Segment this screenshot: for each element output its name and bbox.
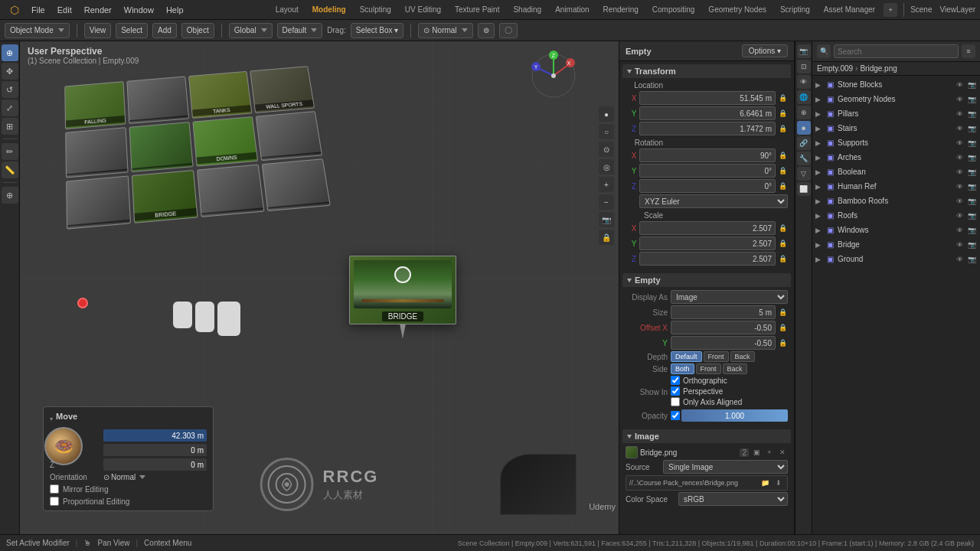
ol-render-windows[interactable]: 📷 [966,227,977,234]
prop-icon-constraints[interactable]: 🔗 [797,136,811,150]
tab-shading[interactable]: Shading [508,4,547,15]
ol-item-bridge[interactable]: ▶ ▣ Bridge 👁 📷 [812,237,980,252]
drag-dropdown[interactable]: Select Box ▾ [351,23,404,38]
measure-tool[interactable]: 📏 [2,161,18,178]
scale-x-lock-icon[interactable]: 🔒 [777,223,788,233]
side-front-btn[interactable]: Front [696,364,721,374]
proportional-checkbox[interactable] [50,497,59,506]
offset-y-input[interactable] [671,336,776,350]
image-new-icon[interactable]: + [764,447,775,458]
side-back-btn[interactable]: Back [723,364,747,374]
ol-render-geo[interactable]: 📷 [966,96,977,103]
rot-y-lock-icon[interactable]: 🔒 [777,165,788,176]
orientation-dropdown[interactable]: Global [229,23,273,38]
ol-item-windows[interactable]: ▶ ▣ Windows 👁 📷 [812,223,980,237]
rot-y-input[interactable] [639,164,776,178]
side-both-btn[interactable]: Both [671,364,694,374]
size-lock-icon[interactable]: 🔒 [777,307,788,318]
opacity-bar[interactable]: 1.000 [681,409,788,422]
prop-icon-object[interactable]: ● [797,121,811,135]
menu-window[interactable]: Window [119,4,159,16]
ortho-checkbox[interactable] [671,376,680,385]
menu-render[interactable]: Render [79,4,117,16]
ol-eye-geo[interactable]: 👁 [954,96,965,103]
tab-modeling[interactable]: Modeling [307,4,351,15]
ol-render-arches[interactable]: 📷 [966,154,977,161]
view-lock[interactable]: 🔒 [599,230,614,245]
rot-x-lock-icon[interactable]: 🔒 [777,150,788,161]
tab-layout[interactable]: Layout [270,4,304,15]
cursor-tool[interactable]: ⊕ [2,44,18,61]
view-menu[interactable]: View [84,23,112,38]
axis-checkbox[interactable] [671,397,680,406]
ol-eye-roofs[interactable]: 👁 [954,212,965,220]
loc-y-input[interactable] [639,106,776,120]
ol-item-boolean[interactable]: ▶ ▣ Boolean 👁 📷 [812,165,980,179]
tab-rendering[interactable]: Rendering [598,4,644,15]
ol-eye-ground[interactable]: 👁 [954,256,965,263]
scale-tool[interactable]: ⤢ [2,99,18,116]
snapping-btn[interactable]: ⊙ Normal [418,23,472,38]
offset-x-lock-icon[interactable]: 🔒 [777,322,788,333]
menu-file[interactable]: File [26,4,51,16]
transform-tool[interactable]: ⊞ [2,118,18,135]
ol-eye-arches[interactable]: 👁 [954,154,965,161]
scale-y-input[interactable] [639,236,776,250]
tab-sculpting[interactable]: Sculpting [354,4,397,15]
ol-item-supports[interactable]: ▶ ▣ Supports 👁 📷 [812,135,980,150]
zoom-in[interactable]: + [599,177,614,192]
ol-item-stairs[interactable]: ▶ ▣ Stairs 👁 📷 [812,121,980,135]
ol-item-stone-blocks[interactable]: ▶ ▣ Stone Blocks 👁 📷 [812,77,980,92]
view-camera[interactable]: 📷 [599,212,614,227]
size-input[interactable] [671,305,776,319]
viewport-overlay[interactable]: ⊙ [599,142,614,157]
outliner-options-icon[interactable]: ≡ [962,44,975,58]
colorspace-select[interactable]: sRGB [678,492,788,506]
tab-uv-editing[interactable]: UV Editing [400,4,446,15]
menu-help[interactable]: Help [161,4,189,16]
outliner-list[interactable]: ▶ ▣ Stone Blocks 👁 📷 ▶ ▣ Geometry Nodes … [812,76,980,534]
object-mode-dropdown[interactable]: Object Mode [5,23,70,38]
rot-x-input[interactable] [639,148,776,162]
ol-eye-bridge[interactable]: 👁 [954,241,965,249]
loc-x-lock-icon[interactable]: 🔒 [777,93,788,103]
rotation-mode-select[interactable]: XYZ Euler [639,194,788,208]
file-pack-icon[interactable]: ⬇ [773,478,784,488]
image-section-header[interactable]: Image [622,429,791,443]
viewport[interactable]: User Perspective (1) Scene Collection | … [20,41,619,534]
ol-render-supports[interactable]: 📷 [966,139,977,147]
depth-back-btn[interactable]: Back [730,351,755,362]
add-tool[interactable]: ⊕ [2,187,18,204]
add-menu[interactable]: Add [152,23,177,38]
ol-render-roofs[interactable]: 📷 [966,212,977,220]
render-engine[interactable]: ViewLayer [939,5,975,14]
proportional-type-btn[interactable]: 〇 [499,23,518,38]
move-x-input[interactable] [103,429,207,442]
ol-item-arches[interactable]: ▶ ▣ Arches 👁 📷 [812,150,980,165]
ol-eye-bamboo[interactable]: 👁 [954,197,965,205]
prop-icon-output[interactable]: ⊡ [797,60,811,73]
mirror-checkbox[interactable] [50,484,59,494]
tab-asset-manager[interactable]: Asset Manager [818,4,880,15]
display-as-select[interactable]: Image [671,290,788,304]
loc-z-lock-icon[interactable]: 🔒 [777,123,788,134]
ol-item-geo-nodes[interactable]: ▶ ▣ Geometry Nodes 👁 📷 [812,92,980,106]
rot-z-lock-icon[interactable]: 🔒 [777,181,788,191]
menu-blender-icon[interactable]: ⬡ [5,2,24,18]
scale-y-lock-icon[interactable]: 🔒 [777,238,788,249]
image-remove-icon[interactable]: ✕ [777,447,788,458]
empty-section-header[interactable]: Empty [622,273,791,287]
image-select-icon[interactable]: ▣ [751,447,762,458]
ol-eye-boolean[interactable]: 👁 [954,168,965,176]
ol-item-roofs[interactable]: ▶ ▣ Roofs 👁 📷 [812,208,980,223]
ol-eye-pillars[interactable]: 👁 [954,110,965,118]
pivot-dropdown[interactable]: Default [277,23,323,38]
move-z-input[interactable] [103,458,207,471]
persp-checkbox[interactable] [671,386,680,396]
offset-y-lock-icon[interactable]: 🔒 [777,337,788,348]
ol-render-human[interactable]: 📷 [966,183,977,191]
prop-icon-modifiers[interactable]: 🔧 [797,152,811,165]
ol-render-bridge[interactable]: 📷 [966,241,977,249]
rot-z-input[interactable] [639,179,776,193]
breadcrumb-bridge[interactable]: Bridge.png [860,64,897,73]
